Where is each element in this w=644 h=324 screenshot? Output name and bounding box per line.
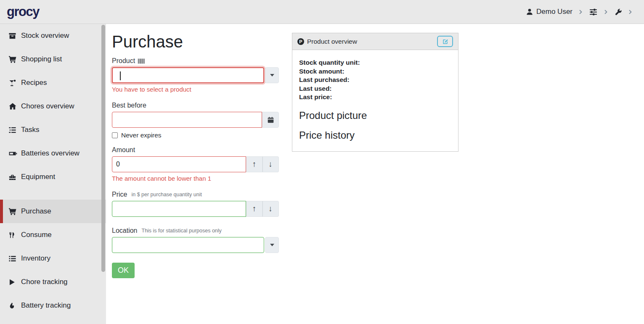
settings-menu[interactable] — [589, 8, 598, 16]
user-menu[interactable]: Demo User — [526, 8, 572, 16]
best-before-label: Best before — [112, 102, 279, 109]
sidebar-item-label: Shopping list — [21, 55, 62, 63]
best-before-input[interactable] — [112, 112, 262, 128]
text-cursor — [120, 71, 121, 80]
location-hint: This is for statistical purposes only — [142, 228, 222, 234]
product-input[interactable] — [112, 67, 264, 83]
sliders-icon — [589, 8, 598, 16]
product-overview-body: Stock quantity unit: Stock amount: Last … — [292, 50, 458, 141]
user-icon — [526, 8, 533, 16]
edit-product-button[interactable] — [437, 36, 453, 47]
utensils-icon — [8, 232, 18, 239]
home-icon — [8, 102, 18, 111]
chevron-right-icon[interactable] — [628, 9, 633, 15]
sidebar-item-label: Inventory — [21, 254, 50, 263]
location-dropdown-button[interactable] — [265, 237, 279, 253]
sidebar-item-chores-overview[interactable]: Chores overview — [0, 95, 106, 118]
sidebar-item-recipes[interactable]: Recipes — [0, 71, 106, 95]
price-input-group: ↑ ↓ — [112, 201, 279, 217]
amount-error: The amount cannot be lower than 1 — [112, 175, 279, 182]
sidebar-item-label: Chores overview — [21, 102, 74, 111]
sidebar-scrollbar[interactable] — [101, 25, 105, 272]
product-label: Product — [112, 57, 279, 65]
best-before-group: Best before Never expires — [112, 102, 279, 139]
location-label: Location This is for statistical purpose… — [112, 227, 279, 234]
product-overview-header: P Product overview — [292, 33, 458, 50]
grocy-logo[interactable]: grocy — [7, 4, 39, 19]
sidebar-item-equipment[interactable]: Equipment — [0, 165, 106, 189]
price-hint: in $ per purchase quantity unit — [131, 192, 201, 198]
sidebar-item-batteries-overview[interactable]: Batteries overview — [0, 142, 106, 165]
tasks-icon — [8, 126, 18, 134]
topbar-menu: Demo User — [526, 8, 633, 16]
last-purchased-field: Last purchased: — [299, 76, 451, 84]
cart-icon — [8, 55, 18, 63]
product-overview-title-row: P Product overview — [297, 38, 357, 45]
purchase-form: Product You have to select a product Bes… — [112, 57, 279, 278]
price-history-heading: Price history — [299, 129, 451, 141]
product-picture-heading: Product picture — [299, 110, 451, 121]
cocktail-icon — [8, 79, 18, 87]
never-expires-checkbox[interactable] — [112, 132, 118, 138]
user-label: Demo User — [536, 8, 572, 16]
wrench-icon — [614, 8, 622, 16]
list-icon — [8, 255, 18, 263]
never-expires-label: Never expires — [121, 132, 162, 139]
edit-icon — [442, 38, 448, 45]
amount-input[interactable] — [112, 156, 246, 172]
price-group: Price in $ per purchase quantity unit ↑ … — [112, 191, 279, 217]
sidebar-item-label: Purchase — [21, 207, 51, 216]
arrow-up-icon: ↑ — [252, 204, 257, 213]
sidebar-item-label: Batteries overview — [21, 149, 80, 158]
admin-menu[interactable] — [614, 8, 622, 16]
product-error: You have to select a product — [112, 86, 279, 93]
cart-icon — [8, 207, 18, 216]
battery-icon — [8, 149, 18, 158]
product-overview-title: Product overview — [307, 38, 357, 45]
arrow-up-icon: ↑ — [252, 160, 257, 169]
location-input-group — [112, 237, 279, 253]
amount-increment-button[interactable]: ↑ — [246, 156, 262, 172]
sidebar-item-label: Recipes — [21, 79, 47, 87]
sidebar-nav: Stock overview Shopping list Recipes Cho… — [0, 24, 106, 324]
price-label: Price in $ per purchase quantity unit — [112, 191, 279, 198]
chevron-right-icon[interactable] — [578, 9, 583, 15]
barcode-icon[interactable] — [138, 58, 145, 64]
product-group: Product You have to select a product — [112, 57, 279, 93]
product-circle-icon: P — [297, 38, 304, 45]
product-dropdown-button[interactable] — [265, 67, 279, 83]
sidebar-item-purchase[interactable]: Purchase — [0, 200, 106, 223]
box-icon — [8, 32, 18, 40]
amount-decrement-button[interactable]: ↓ — [262, 156, 279, 172]
sidebar-item-label: Consume — [21, 231, 52, 239]
ok-button[interactable]: OK — [112, 263, 135, 278]
chevron-right-icon[interactable] — [603, 9, 609, 15]
arrow-down-icon: ↓ — [268, 204, 273, 213]
last-price-field: Last price: — [299, 93, 451, 102]
sidebar-item-shopping-list[interactable]: Shopping list — [0, 47, 106, 71]
droplet-icon — [8, 302, 18, 309]
location-group: Location This is for statistical purpose… — [112, 227, 279, 253]
sidebar-item-battery-tracking[interactable]: Battery tracking — [0, 294, 106, 317]
sidebar-item-consume[interactable]: Consume — [0, 223, 106, 247]
amount-group: Amount ↑ ↓ The amount cannot be lower th… — [112, 146, 279, 182]
location-select[interactable] — [112, 237, 264, 253]
sidebar-item-tasks[interactable]: Tasks — [0, 118, 106, 142]
best-before-input-group — [112, 112, 279, 128]
sidebar-item-stock-overview[interactable]: Stock overview — [0, 24, 106, 47]
price-input[interactable] — [112, 201, 246, 217]
price-decrement-button[interactable]: ↓ — [262, 201, 279, 217]
caret-down-icon — [270, 74, 274, 76]
sidebar-item-label: Chore tracking — [21, 278, 68, 286]
stock-quantity-unit-field: Stock quantity unit: — [299, 58, 451, 67]
stock-amount-field: Stock amount: — [299, 67, 451, 76]
sidebar-item-label: Tasks — [21, 126, 39, 134]
last-used-field: Last used: — [299, 84, 451, 93]
sidebar-item-chore-tracking[interactable]: Chore tracking — [0, 270, 106, 294]
price-increment-button[interactable]: ↑ — [246, 201, 262, 217]
never-expires-row: Never expires — [112, 132, 279, 139]
calendar-button[interactable] — [262, 112, 279, 128]
top-bar: grocy Demo User — [0, 0, 644, 24]
play-icon — [8, 279, 18, 286]
sidebar-item-inventory[interactable]: Inventory — [0, 247, 106, 270]
